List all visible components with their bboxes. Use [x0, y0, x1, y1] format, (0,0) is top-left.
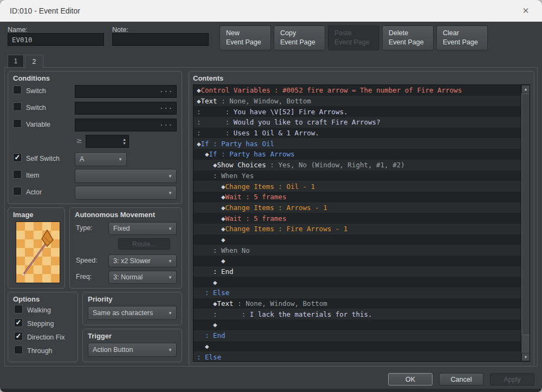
event-command-row[interactable]: : Else — [193, 351, 521, 362]
delete-event-page-button[interactable]: DeleteEvent Page — [382, 25, 434, 50]
conditions-title: Conditions — [13, 74, 50, 82]
through-checkbox[interactable]: ✓ — [14, 345, 23, 354]
movement-speed-dropdown[interactable]: 3: x2 Slower▼ — [108, 254, 177, 267]
cancel-button[interactable]: Cancel — [439, 373, 483, 386]
event-command-row[interactable]: ◆Show Choices : Yes, No (Window, Right, … — [193, 160, 521, 171]
through-label: Through — [27, 347, 53, 355]
name-label: Name: — [8, 26, 28, 34]
stepping-checkbox[interactable]: ✓ — [14, 318, 23, 327]
switch2-input[interactable]: ··· — [75, 102, 177, 115]
switch1-label: Switch — [26, 87, 46, 95]
event-sprite-image[interactable] — [16, 221, 60, 283]
event-command-row[interactable]: : When Yes — [193, 171, 521, 181]
actor-checkbox[interactable]: ✓ — [13, 187, 22, 195]
tab-page-1[interactable]: 1 — [8, 55, 24, 67]
direction-fix-checkbox[interactable]: ✓ — [14, 332, 23, 341]
stepping-label: Stepping — [27, 320, 54, 328]
event-command-row[interactable]: ◆Text : None, Window, Bottom — [193, 96, 521, 107]
close-icon[interactable]: ✕ — [514, 0, 538, 22]
contents-title: Contents — [193, 74, 223, 82]
scroll-up-icon[interactable]: ▲ — [521, 85, 530, 93]
event-command-row[interactable]: ◆ — [193, 341, 521, 352]
greater-equal-symbol: ≥ — [76, 136, 82, 145]
movement-freq-dropdown[interactable]: 3: Normal▼ — [108, 271, 177, 284]
trigger-dropdown[interactable]: Action Button▼ — [88, 343, 177, 357]
chevron-down-icon: ▼ — [118, 157, 122, 162]
contents-list[interactable]: ◆Control Variables : #0052 fire arrow = … — [193, 84, 530, 362]
chevron-down-icon: ▼ — [168, 275, 172, 280]
ok-button[interactable]: OK — [388, 373, 433, 386]
item-checkbox[interactable]: ✓ — [13, 170, 22, 179]
self-switch-checkbox[interactable]: ✓ — [13, 153, 22, 162]
event-command-row[interactable]: ◆Text : None, Window, Bottom — [193, 298, 521, 309]
check-icon: ✓ — [14, 154, 21, 161]
chevron-down-icon: ▼ — [168, 191, 172, 195]
event-command-row[interactable]: : Else — [193, 288, 521, 298]
actor-dropdown[interactable]: ▼ — [75, 186, 177, 200]
scroll-down-icon[interactable]: ▼ — [521, 353, 530, 361]
event-command-row[interactable]: ◆Wait : 5 frames — [193, 192, 521, 202]
self-switch-label: Self Switch — [26, 155, 60, 162]
type-label: Type: — [76, 224, 93, 232]
priority-dropdown[interactable]: Same as characters▼ — [88, 306, 177, 320]
note-input[interactable] — [112, 33, 209, 46]
spin-up-icon[interactable]: ▲ — [122, 138, 126, 141]
scrollbar-thumb[interactable] — [521, 93, 530, 335]
switch2-checkbox[interactable]: ✓ — [13, 102, 22, 111]
switch1-input[interactable]: ··· — [75, 85, 177, 98]
clear-event-page-button[interactable]: ClearEvent Page — [436, 25, 488, 50]
check-icon: ✓ — [15, 332, 22, 340]
item-label: Item — [26, 172, 39, 179]
event-command-row[interactable]: ◆Wait : 5 frames — [193, 213, 521, 224]
apply-button: Apply — [490, 373, 534, 386]
switch1-checkbox[interactable]: ✓ — [13, 86, 22, 94]
event-command-row[interactable]: : When No — [193, 245, 521, 256]
vertical-scrollbar[interactable]: ▲ ▼ — [521, 85, 530, 361]
dialog-bottom-edge — [0, 389, 542, 392]
scrollbar-track[interactable] — [521, 93, 530, 353]
event-command-row[interactable]: ◆If : Party has Oil — [193, 138, 521, 149]
new-event-page-button[interactable]: NewEvent Page — [220, 25, 271, 50]
event-command-row[interactable]: ◆Change Items : Arrows - 1 — [193, 202, 521, 213]
variable-checkbox[interactable]: ✓ — [13, 119, 22, 128]
copy-event-page-button[interactable]: CopyEvent Page — [274, 25, 325, 50]
event-command-row[interactable]: ◆ — [193, 234, 521, 245]
chevron-down-icon: ▼ — [168, 174, 172, 179]
trigger-title: Trigger — [88, 332, 112, 340]
walking-checkbox[interactable]: ✓ — [14, 305, 23, 313]
event-command-row[interactable]: : End — [193, 266, 521, 277]
note-label: Note: — [112, 26, 128, 34]
ellipsis-icon[interactable]: ··· — [159, 86, 173, 97]
window-title: ID:010 - Event Editor — [10, 6, 80, 15]
event-command-row[interactable]: : End — [193, 330, 521, 341]
event-command-row[interactable]: ◆ — [193, 256, 521, 266]
speed-label: Speed: — [76, 257, 98, 264]
movement-type-dropdown[interactable]: Fixed▼ — [108, 222, 177, 235]
switch2-label: Switch — [26, 104, 46, 112]
self-switch-dropdown[interactable]: A▼ — [75, 152, 127, 166]
variable-input[interactable]: ··· — [75, 119, 177, 132]
event-command-row[interactable]: ◆Change Items : Fire Arrows - 1 — [193, 224, 521, 234]
event-command-row[interactable]: ◆ — [193, 319, 521, 330]
event-command-row[interactable]: ◆ — [193, 277, 521, 288]
actor-label: Actor — [26, 188, 42, 196]
item-dropdown[interactable]: ▼ — [75, 169, 177, 183]
variable-amount-spinner[interactable]: ▲ ▼ — [86, 135, 129, 148]
ellipsis-icon[interactable]: ··· — [159, 119, 173, 131]
spin-down-icon[interactable]: ▼ — [122, 141, 126, 145]
route-button: Route... — [118, 238, 170, 250]
tab-page-2[interactable]: 2 — [25, 55, 43, 68]
event-command-row[interactable]: ◆If : Party has Arrows — [193, 149, 521, 160]
event-command-row[interactable]: ◆Control Variables : #0052 fire arrow = … — [193, 85, 521, 96]
event-command-row[interactable]: : : You have \V[52] Fire Arrows. — [193, 106, 521, 117]
title-bar[interactable]: ID:010 - Event Editor ✕ — [0, 0, 542, 22]
event-command-row[interactable]: : : Would you like to craft Fire Arrows? — [193, 117, 521, 128]
priority-title: Priority — [88, 295, 113, 303]
name-input[interactable]: EV010 — [8, 33, 104, 46]
freq-label: Freq: — [76, 273, 92, 280]
event-command-row[interactable]: : : Uses 1 Oil & 1 Arrow. — [193, 128, 521, 139]
event-command-row[interactable]: : : I lack the materials for this. — [193, 309, 521, 319]
ellipsis-icon[interactable]: ··· — [159, 102, 173, 114]
direction-fix-label: Direction Fix — [27, 334, 64, 341]
event-command-row[interactable]: ◆Change Items : Oil - 1 — [193, 181, 521, 192]
